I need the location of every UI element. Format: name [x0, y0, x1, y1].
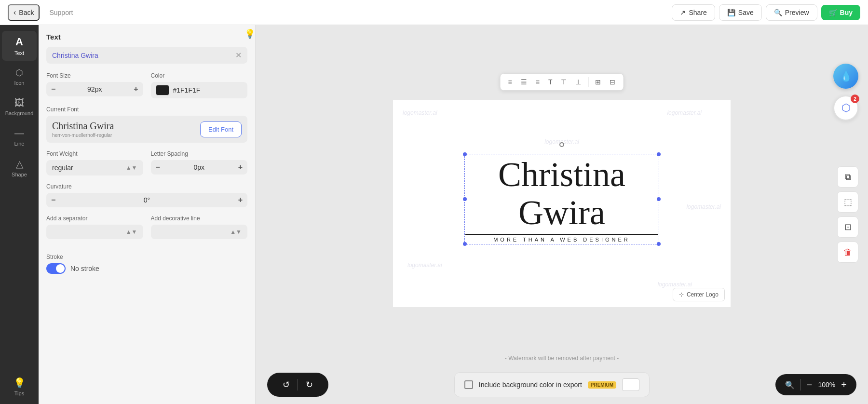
tips-icon: 💡: [14, 377, 26, 389]
align-bottom-button[interactable]: ⊥: [571, 76, 585, 88]
bg-color-preview[interactable]: [622, 378, 639, 391]
color-label: Color: [151, 72, 248, 79]
sidebar-item-icon[interactable]: ⬡ Icon: [2, 63, 37, 91]
text-input-row: ✕: [46, 47, 247, 64]
split-button[interactable]: ⊞: [591, 76, 605, 88]
sidebar-item-background[interactable]: 🖼 Background: [2, 93, 37, 121]
notification-badge: 2: [851, 94, 859, 103]
align-center-button[interactable]: ☰: [517, 76, 531, 88]
stroke-toggle-row: No stroke: [46, 263, 247, 274]
color-swatch: [156, 85, 169, 95]
premium-badge: PREMIUM: [588, 381, 616, 389]
clear-text-button[interactable]: ✕: [235, 51, 242, 60]
color-picker[interactable]: #1F1F1F: [151, 82, 248, 98]
font-weight-select[interactable]: regular ▲▼: [46, 160, 143, 175]
rotation-handle[interactable]: [559, 142, 564, 147]
decorative-select[interactable]: ▲▼: [151, 225, 248, 239]
back-label: Back: [19, 9, 34, 16]
select-button[interactable]: ⊡: [837, 216, 858, 238]
merge-button[interactable]: ⊟: [606, 76, 619, 88]
logo-canvas[interactable]: logomaster.ai logomaster.ai logomaster.a…: [393, 100, 731, 307]
delete-button[interactable]: 🗑: [837, 242, 858, 263]
logo-underline: [465, 234, 658, 235]
bg-export-checkbox[interactable]: [464, 380, 473, 389]
cube-icon: ⬡: [841, 102, 851, 114]
text-icon: A: [15, 36, 23, 48]
text-section: Text ✕ Font Size − 92px + Color: [39, 25, 255, 282]
align-right-button[interactable]: ≡: [532, 76, 543, 88]
font-size-col: Font Size − 92px +: [46, 72, 143, 98]
font-size-value: 92px: [59, 85, 130, 93]
toolbar-sep-1: [588, 77, 588, 87]
align-top-button[interactable]: ⊤: [557, 76, 570, 88]
redo-button[interactable]: ↻: [300, 377, 319, 392]
stroke-toggle[interactable]: [46, 263, 66, 274]
preview-label: Preview: [785, 9, 809, 16]
curvature-increase[interactable]: +: [238, 196, 243, 204]
font-weight-label: Font Weight: [46, 150, 143, 157]
sidebar-item-line[interactable]: — Line: [2, 123, 37, 151]
font-preview-text: Christina Gwira herr-von-muellerhoff-reg…: [52, 121, 194, 138]
support-link[interactable]: Support: [49, 9, 73, 16]
text-style-button[interactable]: T: [544, 76, 556, 88]
center-logo-button[interactable]: ⊹ Center Logo: [673, 288, 725, 301]
font-size-stepper: − 92px +: [46, 82, 143, 96]
zoom-search-button[interactable]: 🔍: [785, 380, 795, 390]
zoom-in-button[interactable]: +: [841, 379, 847, 391]
save-button[interactable]: 💾 Save: [719, 4, 762, 21]
letter-spacing-decrease[interactable]: −: [156, 163, 160, 172]
sidebar-item-text-label: Text: [14, 50, 24, 56]
sidebar-item-bg-label: Background: [5, 110, 34, 116]
watermark-4: logomaster.ai: [407, 262, 442, 269]
zoom-value: 100%: [818, 381, 835, 389]
edit-font-button[interactable]: Edit Font: [200, 121, 242, 137]
text-section-title: Text: [46, 33, 247, 41]
handle-bl[interactable]: [463, 242, 467, 246]
text-input[interactable]: [52, 52, 231, 59]
decorative-col: Add decorative line ▲▼: [151, 215, 248, 239]
center-logo-icon: ⊹: [679, 291, 684, 298]
handle-br[interactable]: [657, 242, 661, 246]
align-left-button[interactable]: ≡: [504, 76, 516, 88]
font-weight-value: regular: [52, 164, 122, 172]
curvature-decrease[interactable]: −: [51, 196, 55, 204]
sidebar-item-tips[interactable]: 💡 Tips: [2, 372, 37, 404]
zoom-bar: 🔍 − 100% +: [775, 374, 856, 395]
line-icon: —: [14, 128, 24, 139]
zoom-out-button[interactable]: −: [807, 379, 813, 391]
font-script-preview: Christina Gwira: [52, 121, 194, 132]
cube-float[interactable]: ⬡ 2: [833, 95, 858, 121]
current-font-label: Current Font: [46, 106, 247, 113]
share-label: Share: [689, 9, 706, 16]
separator-col: Add a separator ▲▼: [46, 215, 143, 239]
icon-sidebar: A Text ⬡ Icon 🖼 Background — Line △ Shap…: [0, 25, 39, 404]
sidebar-item-text[interactable]: A Text: [2, 31, 37, 61]
logo-sub-text: MORE THAN A WEB DESIGNER: [465, 237, 658, 242]
watermark-2: logomaster.ai: [667, 109, 702, 116]
share-button[interactable]: ↗ Share: [672, 4, 715, 21]
copy-button[interactable]: ⧉: [837, 166, 858, 188]
letter-spacing-stepper: − 0px +: [151, 160, 248, 175]
preview-button[interactable]: 🔍 Preview: [766, 4, 817, 21]
separator-select[interactable]: ▲▼: [46, 225, 143, 239]
back-arrow-icon: ‹: [14, 8, 16, 17]
stroke-label: Stroke: [46, 254, 247, 260]
logo-content: Christina Gwira MORE THAN A WEB DESIGNER: [465, 156, 658, 242]
sidebar-item-shape[interactable]: △ Shape: [2, 153, 37, 182]
undo-button[interactable]: ↺: [277, 377, 296, 392]
props-panel: Text ✕ Font Size − 92px + Color: [39, 25, 256, 404]
back-button[interactable]: ‹ Back: [8, 4, 40, 21]
sidebar-item-line-label: Line: [14, 141, 25, 147]
letter-spacing-label: Letter Spacing: [151, 150, 248, 157]
font-weight-chevron: ▲▼: [126, 164, 137, 171]
color-palette-float[interactable]: 💧: [833, 64, 858, 89]
layers-button[interactable]: ⬚: [837, 191, 858, 213]
logo-canvas-wrapper: logomaster.ai logomaster.ai logomaster.a…: [393, 100, 731, 307]
font-size-increase[interactable]: +: [134, 85, 138, 94]
color-hex-value: #1F1F1F: [173, 86, 201, 94]
font-size-decrease[interactable]: −: [51, 85, 55, 94]
letter-spacing-increase[interactable]: +: [238, 163, 243, 172]
watermark-1: logomaster.ai: [403, 109, 437, 116]
icon-icon: ⬡: [15, 67, 23, 78]
buy-button[interactable]: 🛒 Buy: [821, 5, 860, 20]
